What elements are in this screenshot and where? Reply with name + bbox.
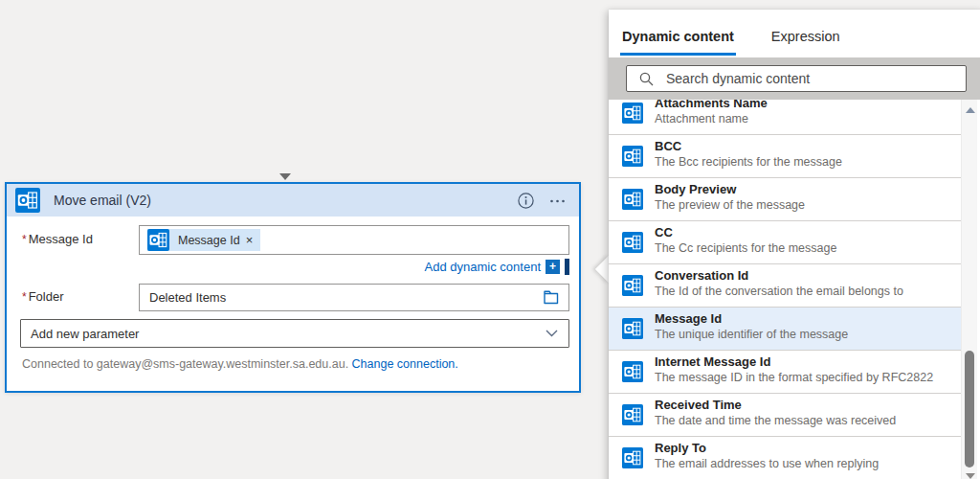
message-id-input[interactable]: Message Id × <box>139 225 569 255</box>
add-dynamic-content-link[interactable]: Add dynamic content <box>425 260 541 274</box>
dynamic-content-panel: Dynamic content Expression Attachments N… <box>609 10 980 479</box>
outlook-icon <box>622 275 643 296</box>
list-item-message-id[interactable]: Message Id The unique identifier of the … <box>609 308 961 351</box>
outlook-icon <box>622 404 643 425</box>
token-remove-icon[interactable]: × <box>246 233 261 247</box>
list-item-reply-to[interactable]: Reply To The email addresses to use when… <box>609 437 961 479</box>
add-new-parameter-dropdown[interactable]: Add new parameter <box>20 319 569 348</box>
outlook-icon <box>622 189 643 210</box>
outlook-icon <box>622 447 643 468</box>
add-dynamic-content-plus-button[interactable]: + <box>546 260 560 274</box>
connector-arrow-icon <box>279 173 291 180</box>
text-cursor-bar <box>565 259 569 275</box>
outlook-icon <box>622 361 643 382</box>
action-card-move-email: Move email (V2) *Message Id Message Id ×… <box>5 182 581 393</box>
info-icon[interactable] <box>518 193 534 209</box>
message-id-label: *Message Id <box>22 232 93 246</box>
search-box[interactable] <box>626 65 967 92</box>
chevron-down-icon <box>546 330 558 337</box>
search-icon <box>639 72 654 86</box>
search-strip <box>609 57 980 100</box>
add-new-parameter-label: Add new parameter <box>31 327 139 341</box>
folder-picker-icon[interactable] <box>544 290 560 305</box>
tab-expression[interactable]: Expression <box>769 25 842 56</box>
folder-label: *Folder <box>22 289 64 304</box>
scrollbar-thumb[interactable] <box>965 351 974 468</box>
message-id-token[interactable]: Message Id × <box>147 229 260 251</box>
connection-footer: Connected to gateway@sms-gateway.westmin… <box>22 357 458 371</box>
outlook-icon <box>622 232 643 253</box>
card-header[interactable]: Move email (V2) <box>7 184 579 217</box>
list-item-cc[interactable]: CC The Cc recipients for the message <box>609 221 961 264</box>
tab-dynamic-content[interactable]: Dynamic content <box>620 25 736 56</box>
token-label: Message Id <box>169 234 246 247</box>
outlook-icon <box>622 318 643 339</box>
list-item-conversation-id[interactable]: Conversation Id The Id of the conversati… <box>609 264 961 308</box>
outlook-icon <box>15 188 40 213</box>
connected-text: Connected to gateway@sms-gateway.westmin… <box>22 357 348 371</box>
required-asterisk: * <box>22 290 27 304</box>
list-item-received-time[interactable]: Received Time The date and time the mess… <box>609 394 961 437</box>
panel-tabs: Dynamic content Expression <box>620 25 842 56</box>
folder-input[interactable]: Deleted Items <box>139 284 569 311</box>
card-title: Move email (V2) <box>54 193 151 208</box>
required-asterisk: * <box>22 233 27 246</box>
outlook-icon <box>622 146 643 167</box>
scroll-down-icon[interactable] <box>966 473 975 479</box>
outlook-icon <box>622 103 643 124</box>
search-input[interactable] <box>666 71 966 86</box>
list-item-internet-message-id[interactable]: Internet Message Id The message ID in th… <box>609 351 961 394</box>
panel-scrollbar[interactable] <box>961 100 977 479</box>
list-item-bcc[interactable]: BCC The Bcc recipients for the message <box>609 135 961 178</box>
menu-ellipsis-icon[interactable] <box>549 193 566 209</box>
outlook-icon <box>147 229 169 251</box>
list-item-body-preview[interactable]: Body Preview The preview of the message <box>609 178 961 221</box>
folder-value: Deleted Items <box>149 290 226 305</box>
change-connection-link[interactable]: Change connection. <box>352 357 458 371</box>
scroll-up-icon[interactable] <box>966 107 975 113</box>
